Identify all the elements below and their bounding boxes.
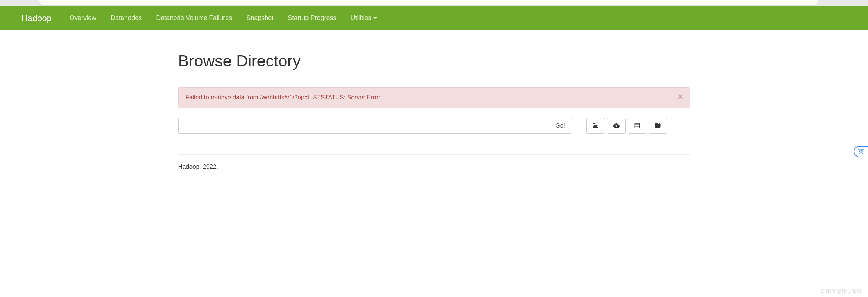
nav-startup-progress[interactable]: Startup Progress (281, 6, 343, 30)
nav-datanode-volume-failures[interactable]: Datanode Volume Failures (149, 6, 239, 30)
folder-arrow-icon (655, 122, 661, 130)
spacer (572, 118, 586, 134)
nav-overview[interactable]: Overview (62, 6, 103, 30)
footer-text: Hadoop, 2022. (178, 163, 690, 170)
go-button[interactable]: Go! (549, 118, 572, 134)
nav-datanodes[interactable]: Datanodes (103, 6, 149, 30)
path-input[interactable] (178, 118, 549, 134)
page-header: Browse Directory (178, 52, 690, 77)
footer-divider (178, 154, 690, 155)
path-input-row: Go! (178, 118, 690, 134)
nav-utilities-label: Utilities (350, 14, 371, 22)
folder-open-icon (592, 122, 599, 130)
main-container: Browse Directory Failed to retrieve data… (171, 52, 697, 170)
main-navbar: Hadoop Overview Datanodes Datanode Volum… (0, 6, 868, 30)
nav-utilities-dropdown[interactable]: Utilities (343, 6, 384, 30)
cut-button[interactable] (649, 118, 667, 134)
alert-message: Failed to retrieve data from /webhdfs/v1… (186, 94, 380, 101)
browser-url-bar (0, 0, 868, 6)
page-title: Browse Directory (178, 52, 690, 70)
error-alert: Failed to retrieve data from /webhdfs/v1… (178, 87, 690, 108)
alert-close-button[interactable]: × (678, 92, 683, 101)
upload-button[interactable] (607, 118, 626, 134)
list-button[interactable] (628, 118, 646, 134)
language-bubble[interactable]: 英 (854, 146, 868, 157)
new-folder-button[interactable] (586, 118, 605, 134)
brand-link[interactable]: Hadoop (21, 13, 52, 23)
list-icon (634, 122, 640, 130)
nav-snapshot[interactable]: Snapshot (239, 6, 281, 30)
cloud-upload-icon (613, 122, 620, 130)
caret-down-icon (373, 17, 377, 19)
